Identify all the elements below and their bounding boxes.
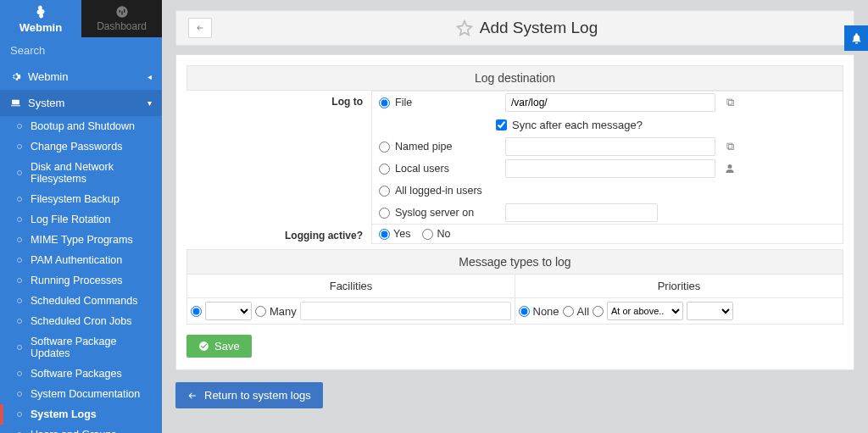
- sidebar-item-filesystem-backup[interactable]: Filesystem Backup: [0, 189, 162, 209]
- active-yes-option[interactable]: Yes: [379, 228, 410, 240]
- laptop-icon: [10, 97, 21, 108]
- sync-checkbox[interactable]: [496, 119, 507, 130]
- back-button[interactable]: [188, 18, 212, 38]
- priority-mode-select[interactable]: At or above..: [607, 302, 683, 320]
- sidebar-item-log-file-rotation[interactable]: Log File Rotation: [0, 209, 162, 230]
- priorities-header: Priorities: [515, 275, 843, 297]
- log-to-pipe-radio[interactable]: [379, 142, 390, 153]
- sidebar-item-users-groups[interactable]: Users and Groups: [0, 425, 162, 433]
- priority-range-radio[interactable]: [593, 306, 604, 317]
- sidebar-item-system-logs[interactable]: System Logs: [0, 404, 162, 425]
- priority-level-select[interactable]: [687, 302, 733, 320]
- facility-select[interactable]: [205, 302, 252, 320]
- page-title: Add System Log: [480, 19, 598, 37]
- sidebar-item-scheduled-commands[interactable]: Scheduled Commands: [0, 291, 162, 311]
- brand-label: Webmin: [19, 21, 62, 34]
- check-icon: [198, 341, 209, 352]
- sidebar-item-software-packages[interactable]: Software Packages: [0, 364, 162, 384]
- brand-row: Webmin Dashboard: [0, 0, 162, 37]
- log-to-all-radio[interactable]: [379, 186, 390, 197]
- facility-many-input[interactable]: [300, 302, 511, 320]
- save-button[interactable]: Save: [186, 335, 252, 358]
- user-chooser-icon[interactable]: [721, 159, 739, 178]
- logo-icon: [33, 4, 48, 19]
- priority-none-radio[interactable]: [519, 306, 530, 317]
- active-no-option[interactable]: No: [422, 228, 450, 240]
- log-destination-header: Log destination: [186, 65, 843, 91]
- file-chooser-icon[interactable]: ⧉: [721, 137, 739, 156]
- sidebar-item-system-docs[interactable]: System Documentation: [0, 384, 162, 404]
- brand-tab-dashboard[interactable]: Dashboard: [81, 0, 162, 37]
- star-icon[interactable]: [456, 19, 473, 36]
- sidebar-item-software-updates[interactable]: Software Package Updates: [0, 331, 162, 364]
- page-header: Add System Log: [175, 10, 854, 46]
- sidebar-item-running-processes[interactable]: Running Processes: [0, 270, 162, 291]
- main: Add System Log Log destination Log to Fi…: [162, 0, 868, 433]
- log-to-users-radio[interactable]: [379, 164, 390, 175]
- arrow-left-icon: [187, 391, 198, 401]
- sidebar-item-change-passwords[interactable]: Change Passwords: [0, 136, 162, 157]
- chevron-down-icon: ▾: [147, 98, 152, 108]
- logging-active-label: Logging active?: [186, 225, 371, 244]
- local-users-input[interactable]: [505, 159, 715, 178]
- search-row: [0, 37, 162, 64]
- bell-icon: [850, 32, 863, 45]
- facility-select-radio[interactable]: [191, 306, 202, 317]
- facility-many-radio[interactable]: [255, 306, 266, 317]
- sidebar: Webmin Dashboard Webmin ◂ System ▾: [0, 0, 162, 433]
- sidebar-item-disk-network-fs[interactable]: Disk and Network Filesystems: [0, 157, 162, 189]
- sidebar-item-bootup[interactable]: Bootup and Shutdown: [0, 116, 162, 136]
- sidebar-item-mime-type[interactable]: MIME Type Programs: [0, 230, 162, 250]
- search-input[interactable]: [10, 44, 153, 57]
- log-to-file-radio[interactable]: [379, 97, 390, 108]
- return-button[interactable]: Return to system logs: [175, 382, 323, 408]
- dashboard-icon: [115, 5, 129, 19]
- arrow-left-icon: [194, 24, 206, 32]
- log-to-label: Log to: [186, 91, 371, 225]
- dashboard-label: Dashboard: [97, 20, 147, 32]
- gear-icon: [10, 71, 21, 82]
- log-to-syslog-radio[interactable]: [379, 208, 390, 219]
- notifications-button[interactable]: [844, 25, 868, 51]
- nav-section-webmin[interactable]: Webmin ◂: [0, 64, 162, 90]
- file-chooser-icon[interactable]: ⧉: [721, 93, 739, 112]
- message-types-header: Message types to log: [186, 249, 843, 275]
- sidebar-item-scheduled-cron[interactable]: Scheduled Cron Jobs: [0, 311, 162, 331]
- form-panel: Log destination Log to File ⧉ Sync after…: [175, 54, 854, 370]
- brand-tab-webmin[interactable]: Webmin: [0, 0, 81, 37]
- nav-system-items: Bootup and Shutdown Change Passwords Dis…: [0, 116, 162, 433]
- file-path-input[interactable]: [505, 93, 715, 112]
- priority-all-radio[interactable]: [563, 306, 574, 317]
- syslog-server-input[interactable]: [505, 203, 658, 222]
- sidebar-item-pam-auth[interactable]: PAM Authentication: [0, 250, 162, 270]
- facilities-header: Facilities: [187, 275, 515, 297]
- chevron-left-icon: ◂: [147, 72, 152, 81]
- pipe-input[interactable]: [505, 137, 715, 156]
- nav-section-system[interactable]: System ▾: [0, 90, 162, 116]
- nav: Webmin ◂ System ▾ Bootup and Shutdown Ch…: [0, 64, 162, 433]
